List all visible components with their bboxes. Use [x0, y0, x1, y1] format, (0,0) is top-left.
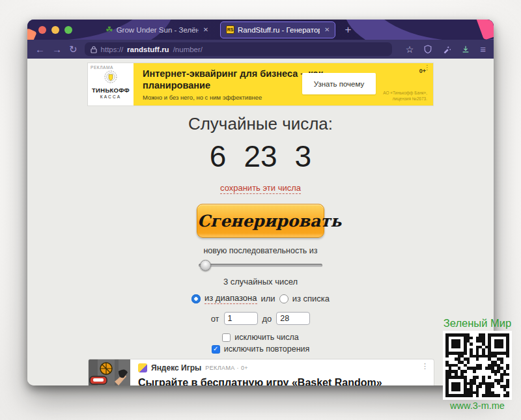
tinkoff-ad-banner[interactable]: РЕКЛАМА ТИНЬКОФФ КАССА Интернет-эквайрин…	[88, 63, 433, 105]
tab-randstuff[interactable]: RS RandStuff.ru - Генератор случа ✕	[220, 21, 335, 38]
random-number: 3	[295, 139, 312, 174]
ad-label: РЕКЛАМА	[91, 65, 113, 70]
count-label: 3 случайных чисел	[27, 277, 494, 287]
navigation-bar: ← → ↻ https://randstuff.ru/number/ ☆	[27, 40, 494, 59]
url-domain: randstuff.ru	[127, 46, 169, 53]
exclude-numbers-checkbox[interactable]: ✓	[222, 333, 231, 342]
radio-list-label[interactable]: из списка	[292, 294, 330, 303]
ad-age-badge: 0+	[419, 68, 426, 74]
slider-track[interactable]	[199, 264, 322, 267]
radio-range-label[interactable]: из диапазона	[204, 293, 257, 304]
exclude-repeats-checkbox[interactable]: ✓	[212, 345, 220, 354]
forward-button[interactable]: →	[52, 44, 62, 54]
tinkoff-brand-box: РЕКЛАМА ТИНЬКОФФ КАССА	[88, 63, 134, 105]
menu-hamburger-icon[interactable]: ≡	[480, 44, 486, 55]
or-label: или	[261, 294, 275, 303]
slider-thumb[interactable]	[200, 260, 211, 271]
exclude-numbers-label: исключить числа	[234, 333, 298, 342]
generate-button[interactable]: Сгенерировать	[197, 204, 324, 238]
exclude-numbers-row: ✓ исключить числа	[27, 333, 494, 342]
random-numbers: 6 23 3	[27, 139, 494, 174]
range-inputs-row: от до	[27, 312, 494, 325]
tab-grow-under-sun[interactable]: ☘ Grow Under Sun - Зелёный Мир ✕	[100, 21, 214, 38]
yandex-games-icon	[138, 363, 147, 372]
from-input[interactable]	[224, 312, 258, 325]
qr-watermark: Зеленый Мир www.3-m.me	[438, 317, 517, 411]
url-scheme: https://	[101, 46, 124, 53]
address-bar[interactable]: https://randstuff.ru/number/	[85, 42, 392, 56]
tinkoff-crest-icon	[103, 70, 119, 85]
exclude-repeats-row: ✓ исключить повторения	[27, 344, 494, 354]
random-number: 6	[210, 139, 227, 174]
radio-range[interactable]	[191, 294, 201, 303]
url-path: /number/	[173, 46, 203, 53]
close-icon[interactable]: ✕	[203, 26, 208, 33]
tab-title: RandStuff.ru - Генератор случа	[238, 26, 320, 34]
randstuff-favicon-icon: RS	[226, 25, 234, 34]
ad-legal-text: АО «Тинькофф Банк», лицензия №2673.	[383, 91, 427, 102]
zoom-window-button[interactable]	[64, 26, 72, 34]
tab-bar: ☘ Grow Under Sun - Зелёный Мир ✕ RS Rand…	[27, 20, 494, 40]
browser-window: ☘ Grow Under Sun - Зелёный Мир ✕ RS Rand…	[27, 20, 494, 385]
reload-button[interactable]: ↻	[69, 44, 77, 54]
new-tab-button[interactable]: +	[345, 23, 351, 36]
bookmark-star-icon[interactable]: ☆	[406, 44, 414, 55]
bottom-ad-title[interactable]: Сыграйте в бесплатную игру «Basket Rando…	[138, 377, 426, 385]
page-content: РЕКЛАМА ТИНЬКОФФ КАССА Интернет-эквайрин…	[27, 59, 494, 385]
yandex-games-ad[interactable]: Яндекс Игры РЕКЛАМА · 0+ Сыграйте в бесп…	[89, 359, 434, 385]
to-input[interactable]	[276, 312, 310, 325]
ad-source[interactable]: Яндекс Игры	[151, 363, 201, 372]
window-controls	[38, 26, 72, 34]
close-window-button[interactable]	[38, 26, 46, 34]
exclude-repeats-label: исключить повторения	[224, 344, 310, 354]
ad-badge: РЕКЛАМА · 0+	[205, 365, 248, 371]
ad-cta-button[interactable]: Узнать почему	[302, 73, 376, 94]
download-icon[interactable]	[461, 45, 470, 54]
count-slider[interactable]	[199, 260, 322, 271]
plant-icon: ☘	[106, 25, 113, 34]
mode-radio-row: из диапазона или из списка	[27, 293, 494, 304]
lock-icon	[91, 46, 97, 53]
minimize-window-button[interactable]	[51, 26, 59, 34]
ad-options-kebab-icon[interactable]: ⋮	[421, 362, 429, 371]
page-title: Случайные числа:	[27, 114, 494, 134]
close-icon[interactable]: ✕	[324, 26, 330, 33]
tab-title: Grow Under Sun - Зелёный Мир	[117, 26, 199, 34]
game-thumbnail-image	[89, 359, 130, 385]
tinkoff-brand-name: ТИНЬКОФФ	[92, 87, 130, 94]
back-button[interactable]: ←	[35, 44, 45, 54]
to-label: до	[262, 314, 272, 324]
watermark-title: Зеленый Мир	[438, 317, 517, 329]
qr-code	[443, 331, 512, 400]
watermark-url: www.3-m.me	[438, 400, 517, 411]
random-number: 23	[244, 139, 277, 174]
colorways-brush-icon[interactable]	[442, 45, 451, 54]
save-numbers-link[interactable]: сохранить эти числа	[220, 183, 301, 194]
shield-icon[interactable]	[423, 44, 432, 54]
radio-list[interactable]	[279, 294, 289, 303]
sequence-label: новую последовательность из	[27, 246, 494, 255]
tinkoff-sub-brand: КАССА	[100, 94, 122, 99]
from-label: от	[211, 314, 219, 324]
